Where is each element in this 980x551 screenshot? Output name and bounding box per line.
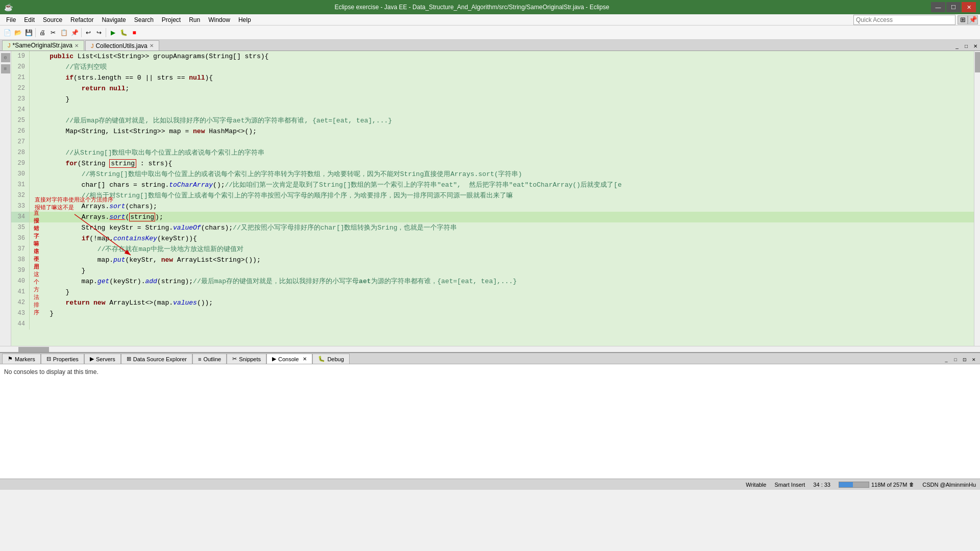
tab-collection-utils[interactable]: J CollectionUtils.java ✕ — [85, 40, 159, 51]
btab-debug[interactable]: 🐛 Debug — [312, 354, 349, 364]
status-memory: 118M of 257M — [871, 482, 907, 488]
tb-paste[interactable]: 📌 — [69, 28, 80, 38]
code-line-21: 21 if(strs.length == 0 || strs == null){ — [11, 72, 980, 83]
bottom-max-btn[interactable]: ⊡ — [961, 356, 969, 364]
bottom-restore-btn[interactable]: □ — [951, 356, 960, 364]
tb-undo[interactable]: ↩ — [83, 28, 93, 38]
code-line-40: 40 map.get(keyStr).add(string);//最后map存的… — [11, 276, 980, 287]
menu-window[interactable]: Window — [204, 15, 234, 24]
tab-close-icon2[interactable]: ✕ — [150, 43, 154, 48]
line-num-21: 21 — [11, 72, 30, 83]
bottom-panel-controls: _ □ ⊡ ✕ — [942, 356, 980, 364]
line-content-26: Map<String, List<String>> map = new Hash… — [30, 126, 980, 137]
vertical-scrollbar[interactable] — [974, 51, 980, 346]
horizontal-scrollbar[interactable] — [0, 346, 980, 352]
line-num-37: 37 — [11, 244, 30, 255]
btab-datasource[interactable]: ⊞ Data Source Explorer — [121, 354, 192, 364]
tab-java-icon2: J — [91, 43, 94, 49]
tab-close-editor-btn[interactable]: ✕ — [971, 41, 980, 51]
memory-fill — [839, 482, 853, 487]
properties-icon: ⊟ — [46, 356, 51, 362]
quick-access-input[interactable] — [853, 15, 955, 25]
btab-outline[interactable]: ≡ Outline — [192, 354, 227, 364]
line-content-19: public List<List<String>> groupAnagrams(… — [30, 51, 980, 62]
maximize-button[interactable]: ☐ — [946, 2, 961, 12]
line-content-40: map.get(keyStr).add(string);//最后map存的键值对… — [30, 276, 980, 287]
h-scroll-thumb[interactable] — [18, 347, 49, 352]
menu-project[interactable]: Project — [158, 15, 185, 24]
menu-refactor[interactable]: Refactor — [66, 15, 97, 24]
status-memory-bar: 118M of 257M 🗑 — [839, 482, 914, 488]
breakpoint-icon[interactable]: ⊙ — [1, 53, 10, 62]
tb-debug[interactable]: 🐛 — [118, 28, 129, 38]
tab-same-original[interactable]: J *SameOriginalStr.java ✕ — [2, 40, 84, 51]
btab-properties[interactable]: ⊟ Properties — [41, 354, 84, 364]
code-line-37: 37 //不存在就在map中批一块地方放这组新的键值对 — [11, 244, 980, 255]
line-num-28: 28 — [11, 147, 30, 158]
menu-search[interactable]: Search — [130, 15, 158, 24]
tab-restore-btn[interactable]: □ — [962, 41, 971, 51]
btab-markers[interactable]: ⚑ Markers — [2, 354, 41, 364]
console-close[interactable]: ✕ — [303, 356, 307, 362]
code-line-25: 25 //最后map存的键值对就是, 比如以我排好序的小写字母aet为源的字符串… — [11, 115, 980, 126]
line-num-36: 36 — [11, 233, 30, 244]
close-button[interactable]: ✕ — [962, 2, 976, 12]
code-content[interactable]: 19 public List<List<String>> groupAnagra… — [11, 51, 980, 346]
tb-run[interactable]: ▶ — [108, 28, 118, 38]
tb-open[interactable]: 📂 — [13, 28, 23, 38]
line-num-29: 29 — [11, 158, 30, 169]
menu-run[interactable]: Run — [185, 15, 204, 24]
status-writable: Writable — [746, 482, 766, 488]
line-content-42: return new ArrayList<>(map.values()); — [30, 297, 980, 308]
code-editor[interactable]: 19 public List<List<String>> groupAnagra… — [11, 51, 980, 346]
menu-help[interactable]: Help — [234, 15, 255, 24]
menu-source[interactable]: Source — [39, 15, 66, 24]
tab-minimize-btn[interactable]: _ — [952, 41, 962, 51]
markers-label: Markers — [15, 356, 35, 362]
line-num-26: 26 — [11, 126, 30, 137]
tb-print[interactable]: 🖨 — [37, 28, 47, 38]
line-num-19: 19 — [11, 51, 30, 62]
tb-copy[interactable]: 📋 — [59, 28, 69, 38]
snippets-label: Snippets — [239, 356, 261, 362]
code-line-33: 33 Arrays.sort(chars); — [11, 201, 980, 212]
scroll-thumb[interactable] — [975, 52, 980, 72]
line-content-25: //最后map存的键值对就是, 比如以我排好序的小写字母aet为源的字符串都有谁… — [30, 115, 980, 126]
menu-bar: File Edit Source Refactor Navigate Searc… — [0, 14, 980, 26]
code-line-43: 43 } — [11, 308, 980, 319]
status-gc-icon[interactable]: 🗑 — [909, 482, 914, 487]
line-num-35: 35 — [11, 222, 30, 233]
line-num-22: 22 — [11, 83, 30, 94]
line-content-36: if(!map.containsKey(keyStr)){ — [30, 233, 980, 244]
tb-cut[interactable]: ✂ — [48, 28, 58, 38]
menu-file[interactable]: File — [2, 15, 20, 24]
tb-new[interactable]: 📄 — [2, 28, 12, 38]
left-sidebar: ⊙ ≡ — [0, 51, 11, 346]
tb-sep3 — [106, 28, 106, 37]
outline-label: Outline — [203, 356, 221, 362]
minimize-button[interactable]: — — [931, 2, 945, 12]
task-icon[interactable]: ≡ — [1, 64, 10, 73]
window-title: Eclipse exercise - Java EE - Data_Struct… — [334, 4, 609, 11]
btab-snippets[interactable]: ✂ Snippets — [227, 354, 266, 364]
code-line-28: 28 //从String[]数组中取出每个位置上的或者说每个索引上的字符串 — [11, 147, 980, 158]
bottom-close-btn[interactable]: ✕ — [970, 356, 978, 364]
menu-edit[interactable]: Edit — [20, 15, 39, 24]
tb-save[interactable]: 💾 — [23, 28, 34, 38]
tb-stop[interactable]: ■ — [129, 28, 139, 38]
btab-console[interactable]: ▶ Console ✕ — [266, 354, 312, 364]
memory-progress — [839, 482, 869, 488]
bottom-minimize-btn[interactable]: _ — [942, 356, 950, 364]
status-position: 34 : 33 — [813, 482, 830, 488]
tb-redo[interactable]: ↪ — [94, 28, 104, 38]
line-content-32: //相当于对String[]数组每个位置上或者每个索引上的字符串按照小写字母的顺… — [30, 190, 980, 201]
bottom-tab-bar: ⚑ Markers ⊟ Properties ▶ Servers ⊞ Data … — [0, 353, 980, 364]
menu-navigate[interactable]: Navigate — [97, 15, 130, 24]
btab-servers[interactable]: ▶ Servers — [84, 354, 121, 364]
tab-close-icon[interactable]: ✕ — [75, 43, 79, 48]
toolbar-icons-btn[interactable]: ⊞ — [958, 15, 968, 24]
datasource-icon: ⊞ — [127, 356, 131, 362]
toolbar-pin-btn[interactable]: 📌 — [968, 15, 978, 24]
code-line-42: 42 return new ArrayList<>(map.values()); — [11, 297, 980, 308]
line-num-44: 44 — [11, 319, 30, 330]
